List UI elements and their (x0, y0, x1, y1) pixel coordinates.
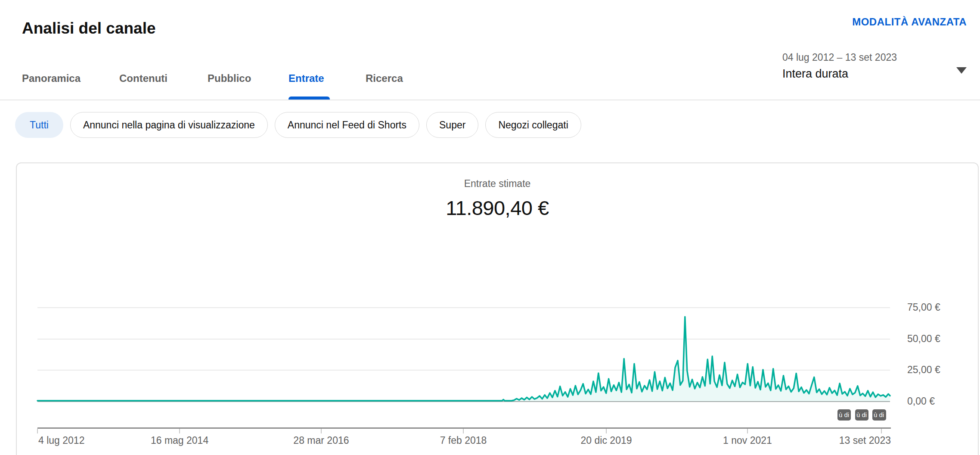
x-axis-tick (606, 429, 607, 433)
x-axis-label: 7 feb 2018 (440, 435, 487, 446)
y-axis-label: 0,00 € (907, 396, 935, 407)
x-axis-tick (37, 429, 38, 433)
youtube-studio-analytics-page: Analisi del canale MODALITÀ AVANZATA 04 … (0, 0, 980, 455)
page-title: Analisi del canale (22, 19, 156, 37)
chip-annunci-feed-shorts[interactable]: Annunci nel Feed di Shorts (275, 112, 419, 138)
revenue-line-series (37, 284, 890, 402)
x-axis-label: 20 dic 2019 (581, 435, 632, 446)
revenue-chart[interactable]: 75,00 €50,00 €25,00 €0,00 €4 lug 201216 … (17, 163, 978, 455)
overflow-tooltip-badge: ù di (872, 409, 886, 421)
overflow-tooltip-badge: ù di (855, 409, 868, 421)
x-axis-line (37, 427, 891, 429)
x-axis-tick (881, 429, 882, 433)
tabs-divider (0, 100, 980, 100)
tab-contenuti[interactable]: Contenuti (119, 72, 167, 84)
x-axis-label: 4 lug 2012 (38, 435, 84, 446)
overflow-tooltip-badge: ù di (837, 409, 851, 421)
y-axis-label: 50,00 € (907, 333, 940, 345)
x-axis-label: 1 nov 2021 (723, 435, 772, 446)
date-range-text: 04 lug 2012 – 13 set 2023 (782, 51, 972, 64)
x-axis-label: 16 mag 2014 (151, 435, 208, 446)
advanced-mode-link[interactable]: MODALITÀ AVANZATA (852, 16, 967, 28)
analytics-tabs: Panoramica Contenuti Pubblico Entrate Ri… (0, 72, 980, 100)
x-axis-label: 28 mar 2016 (293, 435, 349, 446)
tab-pubblico[interactable]: Pubblico (208, 72, 251, 84)
y-axis-label: 25,00 € (907, 364, 940, 376)
chip-super[interactable]: Super (426, 112, 478, 138)
chip-tutti[interactable]: Tutti (15, 112, 63, 138)
x-axis-tick (179, 429, 180, 433)
chip-negozi-collegati[interactable]: Negozi collegati (485, 112, 581, 138)
chip-annunci-pagina-visualizzazione[interactable]: Annunci nella pagina di visualizzazione (70, 112, 268, 138)
revenue-filter-chips: Tutti Annunci nella pagina di visualizza… (15, 112, 581, 138)
tab-entrate[interactable]: Entrate (288, 72, 324, 84)
x-axis-tick (321, 429, 322, 433)
tab-ricerca[interactable]: Ricerca (366, 72, 403, 84)
tab-panoramica[interactable]: Panoramica (22, 72, 81, 84)
x-axis-tick (463, 429, 464, 433)
x-axis-tick (747, 429, 748, 433)
estimated-revenue-card: Entrate stimate 11.890,40 € 75,00 €50,00… (16, 162, 979, 455)
y-axis-label: 75,00 € (907, 302, 940, 313)
x-axis-label: 13 set 2023 (839, 435, 891, 446)
